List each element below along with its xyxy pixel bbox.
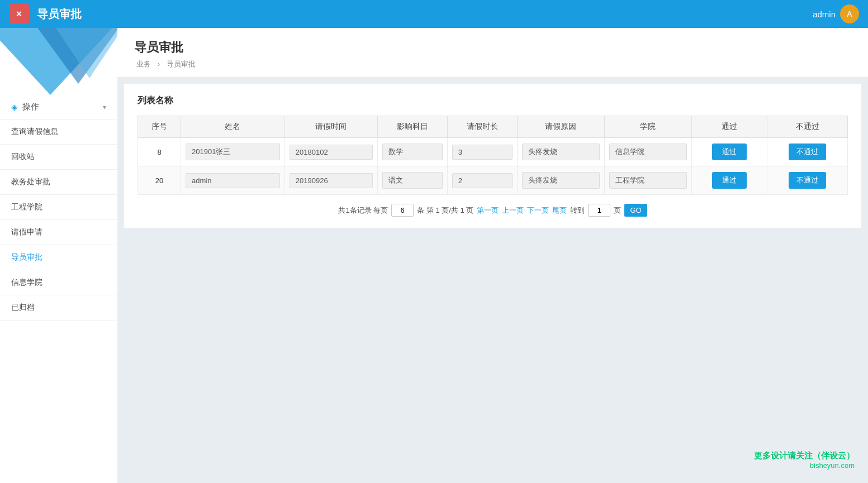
cell-college-1: 信息学院 xyxy=(604,138,691,166)
first-page-link[interactable]: 第一页 xyxy=(477,205,499,216)
breadcrumb: 业务 › 导员审批 xyxy=(134,59,851,69)
sidebar-item-archived[interactable]: 已归档 xyxy=(0,295,117,321)
sidebar-item-recycle[interactable]: 回收站 xyxy=(0,145,117,170)
col-header-duration: 请假时长 xyxy=(447,116,517,138)
top-header: × 导员审批 admin A xyxy=(0,0,868,28)
cell-duration-input-1: 3 xyxy=(452,145,513,160)
cell-id-2: 20 xyxy=(138,166,181,195)
cell-leave-time-input-1: 20180102 xyxy=(290,145,373,160)
sidebar-item-academic-approve[interactable]: 教务处审批 xyxy=(0,170,117,195)
table-section-title: 列表名称 xyxy=(137,95,848,107)
cell-subject-2: 语文 xyxy=(377,166,447,195)
prev-page-link[interactable]: 上一页 xyxy=(502,205,524,216)
cell-name-2: admin xyxy=(181,166,285,195)
per-page-input[interactable]: 6 xyxy=(391,204,414,217)
col-header-reason: 请假原因 xyxy=(517,116,604,138)
col-header-pass: 通过 xyxy=(691,116,767,138)
pass-button-2[interactable]: 通过 xyxy=(712,172,747,189)
cell-fail-1[interactable]: 不通过 xyxy=(767,138,848,166)
cell-college-input-1: 信息学院 xyxy=(609,144,687,160)
pagination-goto-suffix: 页 xyxy=(614,205,621,216)
col-header-subject: 影响科目 xyxy=(377,116,447,138)
col-header-college: 学院 xyxy=(604,116,691,138)
cell-college-input-2: 工程学院 xyxy=(609,172,687,189)
cell-subject-input-2: 语文 xyxy=(382,172,443,189)
pagination-summary: 共1条记录 每页 xyxy=(338,205,388,216)
cell-leave-time-input-2: 20190926 xyxy=(290,173,373,188)
cell-reason-1: 头疼发烧 xyxy=(517,138,604,166)
pagination-goto-prefix: 转到 xyxy=(570,205,585,216)
page-header-section: 导员审批 业务 › 导员审批 xyxy=(117,28,868,77)
table-section: 列表名称 序号 姓名 请假时间 影响科目 请假时长 请假原因 学院 通过 不通过 xyxy=(124,84,861,228)
cell-duration-2: 2 xyxy=(447,166,517,195)
go-button[interactable]: GO xyxy=(624,204,647,217)
cell-reason-input-2: 头疼发烧 xyxy=(522,172,600,189)
last-page-link[interactable]: 尾页 xyxy=(552,205,567,216)
close-button[interactable]: × xyxy=(9,4,29,24)
cell-name-input-2: admin xyxy=(186,173,280,188)
breadcrumb-current: 导员审批 xyxy=(167,60,196,68)
col-header-name: 姓名 xyxy=(181,116,285,138)
sidebar: ◈ 操作 ▾ 查询请假信息 回收站 教务处审批 工程学院 请假申请 导员审批 信… xyxy=(0,28,117,483)
sidebar-operation-header[interactable]: ◈ 操作 ▾ xyxy=(0,95,117,119)
user-area: admin A xyxy=(813,4,859,23)
sidebar-decoration xyxy=(0,28,117,95)
sidebar-item-query-leave[interactable]: 查询请假信息 xyxy=(0,119,117,145)
content-area: 导员审批 业务 › 导员审批 列表名称 序号 姓名 请假时间 影响科目 请假时长 xyxy=(117,28,868,483)
cell-leave-time-2: 20190926 xyxy=(284,166,377,195)
diamond-icon: ◈ xyxy=(11,102,18,112)
sidebar-item-advisor-approve[interactable]: 导员审批 xyxy=(0,245,117,270)
col-header-fail: 不通过 xyxy=(767,116,848,138)
cell-pass-1[interactable]: 通过 xyxy=(691,138,767,166)
cell-duration-1: 3 xyxy=(447,138,517,166)
cell-subject-1: 数学 xyxy=(377,138,447,166)
sidebar-item-info-college[interactable]: 信息学院 xyxy=(0,270,117,295)
table-row: 8 201901张三 20180102 数学 3 xyxy=(138,138,848,166)
col-header-leave-time: 请假时间 xyxy=(284,116,377,138)
chevron-down-icon: ▾ xyxy=(103,103,106,111)
header-title: 导员审批 xyxy=(37,7,82,22)
data-table: 序号 姓名 请假时间 影响科目 请假时长 请假原因 学院 通过 不通过 8 xyxy=(137,116,848,195)
username-label: admin xyxy=(813,9,836,19)
cell-pass-2[interactable]: 通过 xyxy=(691,166,767,195)
avatar: A xyxy=(840,4,859,23)
table-row: 20 admin 20190926 语文 2 xyxy=(138,166,848,195)
col-header-id: 序号 xyxy=(138,116,181,138)
pagination-per-page-unit: 条 第 1 页/共 1 页 xyxy=(417,205,473,216)
cell-reason-input-1: 头疼发烧 xyxy=(522,144,600,160)
cell-college-2: 工程学院 xyxy=(604,166,691,195)
table-header-row: 序号 姓名 请假时间 影响科目 请假时长 请假原因 学院 通过 不通过 xyxy=(138,116,848,138)
sidebar-op-label: 操作 xyxy=(22,102,39,112)
page-title: 导员审批 xyxy=(134,39,851,56)
cell-id-1: 8 xyxy=(138,138,181,166)
cell-name-1: 201901张三 xyxy=(181,138,285,166)
pass-button-1[interactable]: 通过 xyxy=(712,144,747,160)
goto-page-input[interactable]: 1 xyxy=(588,204,610,217)
main-layout: ◈ 操作 ▾ 查询请假信息 回收站 教务处审批 工程学院 请假申请 导员审批 信… xyxy=(0,28,868,483)
cell-fail-2[interactable]: 不通过 xyxy=(767,166,848,195)
fail-button-1[interactable]: 不通过 xyxy=(789,144,826,160)
breadcrumb-parent: 业务 xyxy=(136,60,151,68)
cell-reason-2: 头疼发烧 xyxy=(517,166,604,195)
sidebar-item-leave-apply[interactable]: 请假申请 xyxy=(0,220,117,245)
cell-leave-time-1: 20180102 xyxy=(284,138,377,166)
fail-button-2[interactable]: 不通过 xyxy=(789,172,826,189)
next-page-link[interactable]: 下一页 xyxy=(527,205,549,216)
cell-name-input-1: 201901张三 xyxy=(186,144,280,160)
cell-subject-input-1: 数学 xyxy=(382,144,443,160)
sidebar-item-engineering-college[interactable]: 工程学院 xyxy=(0,195,117,220)
breadcrumb-separator: › xyxy=(158,60,160,68)
pagination-bar: 共1条记录 每页 6 条 第 1 页/共 1 页 第一页 上一页 下一页 尾页 … xyxy=(137,204,848,217)
cell-duration-input-2: 2 xyxy=(452,173,513,188)
